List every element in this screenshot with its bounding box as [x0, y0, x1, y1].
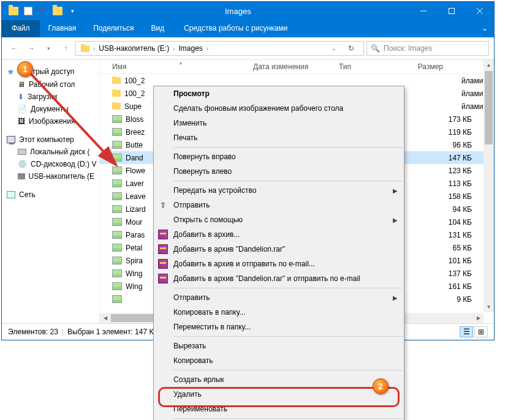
qat-dropdown-icon[interactable]: ▾ — [66, 4, 79, 18]
nav-usb-drive[interactable]: USB-накопитель (E — [2, 170, 99, 182]
tab-home[interactable]: Главная — [40, 20, 85, 37]
ctx-cast[interactable]: Передать на устройство▶ — [154, 183, 404, 198]
chevron-right-icon[interactable]: › — [207, 45, 208, 52]
tab-view[interactable]: Вид — [142, 20, 173, 37]
folder-icon — [51, 4, 64, 18]
minimize-button[interactable] — [409, 2, 438, 20]
ctx-cut[interactable]: Вырезать — [154, 339, 404, 353]
ctx-archive-named-email[interactable]: Добавить в архив "Dandelion.rar" и отпра… — [154, 271, 404, 286]
titlebar: ▾ Управление Images — [2, 2, 494, 20]
column-type[interactable]: Тип — [339, 62, 412, 71]
ctx-rename[interactable]: Переименовать — [154, 402, 404, 416]
this-pc-header[interactable]: Этот компьютер — [2, 133, 99, 146]
refresh-icon[interactable]: ↻ — [344, 41, 358, 56]
ctx-openwith[interactable]: Открыть с помощью▶ — [154, 212, 404, 227]
nav-downloads[interactable]: ⬇Загрузки — [2, 91, 99, 103]
image-file-icon — [112, 128, 122, 136]
image-file-icon — [112, 231, 122, 239]
file-name: Spira — [126, 257, 143, 265]
ctx-view[interactable]: Просмотр — [154, 86, 404, 101]
ctx-rotate-right[interactable]: Повернуть вправо — [154, 149, 404, 164]
address-segment-folder[interactable]: Images — [176, 43, 205, 54]
column-date[interactable]: Дата изменения — [253, 62, 339, 71]
nav-local-disk[interactable]: Локальный диск ( — [2, 146, 99, 158]
image-file-icon — [112, 154, 122, 162]
recent-dropdown-icon[interactable]: ▾ — [41, 41, 56, 56]
scroll-up-icon[interactable]: ▲ — [483, 60, 494, 70]
address-bar[interactable]: › USB-накопитель (E:) › Images › ⌄ ↻ — [75, 41, 364, 56]
usb-icon — [18, 173, 25, 179]
file-name: Petal — [126, 244, 142, 252]
quick-access-header[interactable]: ★Быстрый доступ — [2, 65, 99, 78]
nav-pictures[interactable]: 🖼Изображения — [2, 115, 99, 127]
file-type-fragment: йлами — [461, 102, 483, 111]
ctx-separator — [173, 370, 403, 370]
ctx-archive-email[interactable]: Добавить в архив и отправить по e-mail..… — [154, 257, 404, 271]
ribbon-collapse-icon[interactable]: ⌄ — [476, 20, 494, 37]
file-name: Wing — [126, 282, 142, 291]
folder-icon — [81, 45, 89, 52]
ctx-rotate-left[interactable]: Повернуть влево — [154, 164, 404, 179]
thumbnails-view-button[interactable]: ⊞ — [474, 326, 488, 337]
chevron-right-icon[interactable]: › — [93, 45, 95, 52]
ctx-separator — [173, 181, 403, 181]
up-button[interactable]: ↑ — [58, 41, 73, 56]
image-file-icon — [112, 179, 122, 187]
search-placeholder: Поиск: Images — [384, 44, 432, 53]
image-file-icon — [112, 282, 122, 290]
ctx-wallpaper[interactable]: Сделать фоновым изображением рабочего ст… — [154, 101, 404, 116]
nav-documents[interactable]: 📄Документы — [2, 103, 99, 115]
ctx-shortcut[interactable]: Создать ярлык — [154, 372, 404, 387]
file-name: Paras — [126, 231, 145, 239]
ctx-separator — [173, 418, 403, 419]
file-row[interactable]: 100_2йлами — [100, 74, 494, 87]
search-input[interactable]: 🔍 Поиск: Images — [366, 41, 489, 56]
ctx-moveto[interactable]: Переместить в папку... — [154, 320, 404, 334]
maximize-button[interactable] — [438, 2, 466, 20]
details-view-button[interactable]: ☰ — [460, 326, 473, 337]
ctx-print[interactable]: Печать — [154, 130, 404, 145]
chevron-right-icon[interactable]: › — [173, 45, 175, 52]
close-button[interactable] — [466, 2, 494, 20]
forward-button[interactable]: → — [24, 41, 39, 56]
address-dropdown-icon[interactable]: ⌄ — [327, 41, 341, 56]
ctx-sendto[interactable]: ⇪Отправить — [154, 198, 404, 212]
qat-check-icon[interactable] — [36, 4, 50, 18]
navigation-pane: ★Быстрый доступ 🖥Рабочий стол ⬇Загрузки … — [2, 60, 100, 323]
vertical-scrollbar[interactable]: ▲▼ — [483, 60, 494, 312]
nav-cd-drive[interactable]: 💿CD-дисковод (D:) V — [2, 158, 99, 170]
file-name: Leave — [126, 192, 146, 201]
column-size[interactable]: Размер — [412, 62, 461, 71]
tab-share[interactable]: Поделиться — [85, 20, 142, 37]
ctx-edit[interactable]: Изменить — [154, 116, 404, 130]
ctx-delete[interactable]: Удалить — [154, 387, 404, 402]
scroll-right-icon[interactable]: ▶ — [473, 313, 483, 323]
scroll-down-icon[interactable]: ▼ — [483, 302, 494, 312]
folder-icon — [7, 4, 20, 18]
chevron-right-icon: ▶ — [393, 217, 398, 223]
scroll-left-icon[interactable]: ◀ — [100, 313, 110, 323]
back-button[interactable]: ← — [7, 41, 21, 56]
ctx-send[interactable]: Отправить▶ — [154, 290, 404, 305]
folder-icon — [112, 77, 121, 84]
ctx-archive-named[interactable]: Добавить в архив "Dandelion.rar" — [154, 242, 404, 257]
image-file-icon — [112, 269, 122, 277]
download-icon: ⬇ — [18, 92, 24, 101]
ctx-separator — [173, 147, 403, 148]
chevron-right-icon: ▶ — [393, 294, 398, 301]
qat-checkbox[interactable] — [21, 4, 35, 18]
winrar-icon — [157, 273, 169, 284]
quick-access-toolbar: ▾ — [2, 2, 84, 20]
ctx-copy[interactable]: Копировать — [154, 353, 404, 368]
column-name[interactable]: Имя — [100, 62, 253, 71]
ctx-copyto[interactable]: Копировать в папку... — [154, 305, 404, 320]
image-file-icon — [112, 218, 122, 226]
address-segment-drive[interactable]: USB-накопитель (E:) — [96, 43, 172, 54]
search-icon: 🔍 — [371, 44, 380, 53]
tab-picture-tools[interactable]: Средства работы с рисунками — [175, 20, 296, 37]
ctx-archive[interactable]: Добавить в архив... — [154, 227, 404, 242]
file-tab[interactable]: Файл — [2, 20, 40, 37]
image-file-icon — [112, 141, 122, 149]
nav-desktop[interactable]: 🖥Рабочий стол — [2, 78, 99, 91]
network-header[interactable]: Сеть — [2, 189, 99, 201]
